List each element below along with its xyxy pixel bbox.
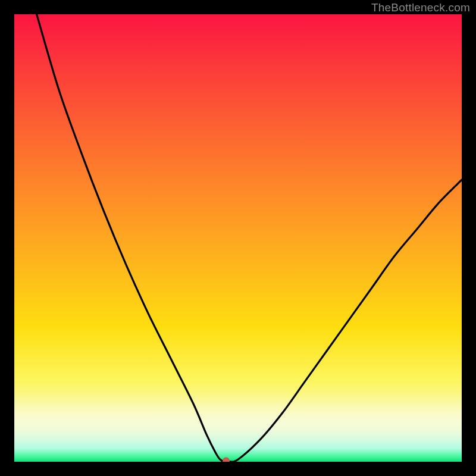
chart-frame: TheBottleneck.com: [0, 0, 476, 476]
background-gradient: [14, 14, 462, 462]
plot-area: [14, 14, 462, 462]
optimal-point-marker: [223, 458, 230, 462]
watermark-text: TheBottleneck.com: [371, 1, 470, 14]
